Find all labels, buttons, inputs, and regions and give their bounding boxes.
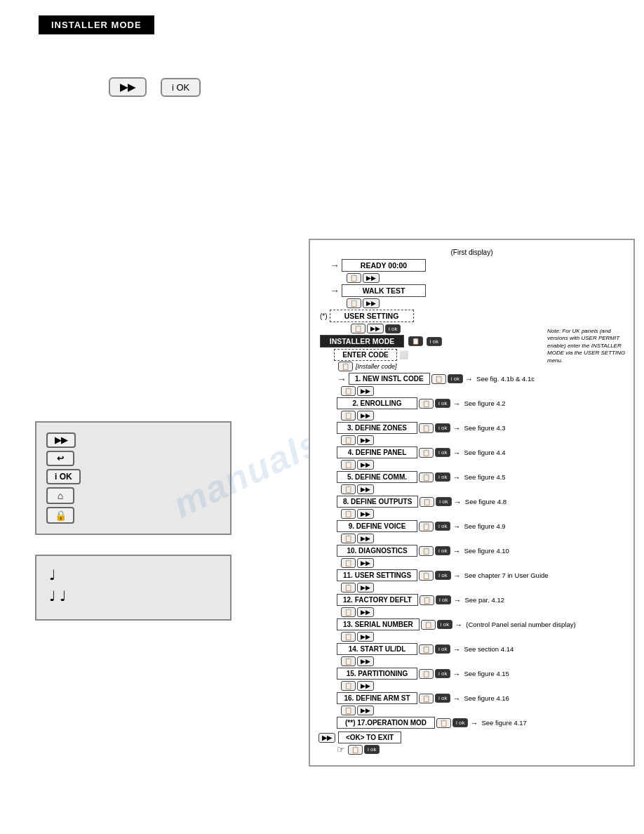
item9-kbd[interactable]: 📋 (419, 522, 434, 531)
menu-item8: 8. DEFINE OUTPUTS (337, 496, 418, 508)
legend-key-back[interactable]: ↩ (46, 451, 74, 466)
item16-kbd[interactable]: 📋 (419, 694, 434, 703)
item1-fwd2[interactable]: ▶▶ (357, 386, 374, 396)
item16-ok[interactable]: i ok (435, 694, 450, 703)
item15-kbd[interactable]: 📋 (419, 669, 434, 679)
item9-ok[interactable]: i ok (435, 522, 450, 531)
item5-fwd[interactable]: 📋 (341, 484, 356, 494)
row-exit: ▶▶ <OK> TO EXIT ☞ 📋 i ok (317, 732, 626, 755)
item17-kbd[interactable]: 📋 (436, 718, 451, 728)
item15-ok[interactable]: i ok (435, 669, 450, 678)
item11-fwd[interactable]: 📋 (341, 583, 356, 593)
ok-button[interactable]: i OK (161, 78, 201, 97)
item15-arrow: → (452, 670, 460, 678)
legend-key-arm-away[interactable]: ⌂ (46, 487, 74, 504)
item1-fwd[interactable]: 📋 (341, 386, 356, 396)
item10-fwd2[interactable]: ▶▶ (357, 558, 374, 568)
item16-fwd2[interactable]: ▶▶ (357, 706, 374, 715)
row-item5: 5. DEFINE COMM. 📋 i ok → See figure 4.5 … (317, 471, 626, 494)
item11-ok[interactable]: i ok (435, 571, 450, 580)
forward-button[interactable]: ▶▶ (109, 77, 147, 97)
item17-arrow: → (470, 719, 478, 727)
item3-fwd[interactable]: 📋 (341, 435, 356, 445)
exit-kbd-btn[interactable]: 📋 (348, 745, 363, 755)
legend-key-forward[interactable]: ▶▶ (46, 432, 76, 448)
item4-fwd2[interactable]: ▶▶ (357, 460, 374, 470)
item15-fwd2[interactable]: ▶▶ (357, 681, 374, 691)
menu-exit: <OK> TO EXIT (338, 732, 401, 743)
item5-kbd[interactable]: 📋 (419, 472, 434, 482)
item5-fwd2[interactable]: ▶▶ (357, 484, 374, 494)
sound-note2: ♩ ♩ (49, 585, 217, 607)
inst-kbd-btn[interactable]: 📋 (408, 336, 423, 346)
item10-kbd[interactable]: 📋 (419, 546, 434, 556)
item14-fwd[interactable]: 📋 (341, 656, 356, 666)
item17-ok[interactable]: i ok (452, 718, 468, 727)
item4-ok[interactable]: i ok (435, 448, 450, 457)
row-walk-test: → WALK TEST 📋 ▶▶ (317, 284, 626, 308)
exit-fwd-btn[interactable]: ▶▶ (318, 733, 335, 743)
item2-ok[interactable]: i ok (435, 399, 450, 408)
item3-arrow: → (452, 424, 460, 432)
item10-fwd[interactable]: 📋 (341, 558, 356, 568)
item12-kbd[interactable]: 📋 (420, 595, 434, 605)
ready-fwd2-btn[interactable]: ▶▶ (363, 273, 380, 283)
item8-ok[interactable]: i ok (436, 497, 451, 506)
legend-row-forward: ▶▶ (46, 432, 220, 448)
item14-ok[interactable]: i ok (435, 644, 450, 654)
item11-kbd[interactable]: 📋 (419, 571, 434, 581)
menu-item3: 3. DEFINE ZONES (337, 422, 417, 434)
exit-ok-btn[interactable]: i ok (364, 745, 380, 754)
item9-fwd2[interactable]: ▶▶ (357, 534, 374, 543)
item15-see: See figure 4.15 (464, 670, 509, 677)
enter-code-dashed-icon: ⬜ (399, 350, 408, 359)
item16-fwd[interactable]: 📋 (341, 706, 356, 715)
code-kbd-btn[interactable]: 📋 (338, 362, 353, 371)
installer-mode-label: INSTALLER MODE (39, 15, 154, 34)
item8-kbd[interactable]: 📋 (420, 497, 434, 507)
item3-kbd[interactable]: 📋 (419, 423, 434, 433)
item12-fwd[interactable]: 📋 (341, 607, 356, 617)
item1-ok[interactable]: i ok (448, 374, 463, 383)
inst-ok-btn[interactable]: i ok (427, 337, 442, 346)
item11-fwd2[interactable]: ▶▶ (357, 583, 374, 593)
item9-fwd[interactable]: 📋 (341, 534, 356, 543)
ready-fwd-btn[interactable]: 📋 (347, 273, 361, 283)
item2-fwd[interactable]: 📋 (341, 411, 356, 421)
menu-item5: 5. DEFINE COMM. (337, 471, 417, 483)
item1-kbd[interactable]: 📋 (431, 374, 446, 384)
item5-ok[interactable]: i ok (435, 472, 450, 482)
item2-fwd2[interactable]: ▶▶ (357, 411, 374, 421)
menu-item14: 14. START UL/DL (337, 643, 417, 655)
item10-ok[interactable]: i ok (435, 546, 450, 555)
item4-fwd[interactable]: 📋 (341, 460, 356, 470)
item13-fwd2[interactable]: ▶▶ (357, 632, 374, 642)
item12-ok[interactable]: i ok (436, 595, 451, 604)
item14-kbd[interactable]: 📋 (419, 644, 434, 654)
item13-fwd[interactable]: 📋 (341, 632, 356, 642)
row-installer-mode: INSTALLER MODE 📋 i ok Note: For UK panel… (317, 335, 626, 348)
item3-fwd2[interactable]: ▶▶ (357, 435, 374, 445)
item2-kbd[interactable]: 📋 (419, 399, 434, 409)
item13-ok[interactable]: i ok (437, 620, 452, 629)
legend-key-arm-stay[interactable]: 🔒 (46, 507, 74, 524)
legend-key-ok[interactable]: i OK (46, 469, 81, 484)
walk-fwd-btn[interactable]: 📋 (347, 298, 361, 308)
user-ok-btn[interactable]: i ok (385, 324, 401, 333)
user-fwd-btn[interactable]: 📋 (351, 324, 365, 333)
diagram-title: (First display) (317, 249, 626, 256)
user-fwd2-btn[interactable]: ▶▶ (367, 324, 384, 333)
item14-fwd2[interactable]: ▶▶ (357, 656, 374, 666)
item4-kbd[interactable]: 📋 (419, 448, 434, 458)
item12-fwd2[interactable]: ▶▶ (357, 607, 374, 617)
walk-fwd2-btn[interactable]: ▶▶ (363, 298, 380, 308)
diagram-container: (First display) → READY 00:00 📋 ▶▶ → WAL… (309, 239, 635, 767)
item12-arrow: → (453, 596, 461, 604)
item12-see: See par. 4.12 (464, 596, 504, 604)
item8-fwd2[interactable]: ▶▶ (357, 509, 374, 519)
item13-kbd[interactable]: 📋 (421, 620, 436, 630)
item15-fwd[interactable]: 📋 (341, 681, 356, 691)
item8-fwd[interactable]: 📋 (341, 509, 356, 519)
row-item16: 16. DEFINE ARM ST 📋 i ok → See figure 4.… (317, 692, 626, 715)
item3-ok[interactable]: i ok (435, 423, 450, 432)
